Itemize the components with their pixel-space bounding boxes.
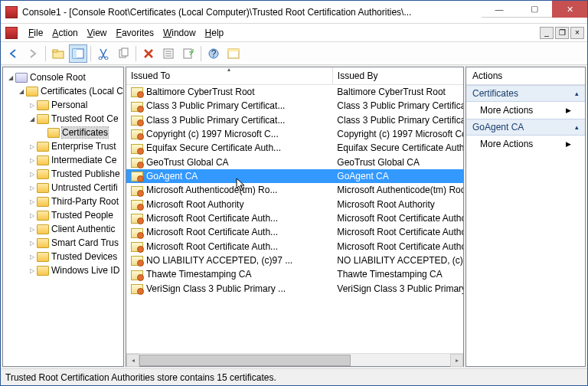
expand-icon[interactable]: [28, 171, 37, 178]
certificate-icon: [131, 102, 143, 112]
copy-button[interactable]: [114, 44, 132, 63]
expand-icon[interactable]: [6, 74, 15, 81]
collapse-icon: ▴: [575, 123, 579, 131]
tree-item[interactable]: Client Authentic: [3, 222, 123, 236]
help-button[interactable]: ?: [204, 44, 223, 63]
actions-section-selected[interactable]: GoAgent CA▴: [466, 119, 585, 136]
cell-issued-by: Equifax Secure Certificate Authority: [332, 141, 463, 155]
up-button[interactable]: [49, 44, 67, 63]
expand-icon[interactable]: [28, 116, 37, 123]
expand-icon[interactable]: [28, 212, 37, 219]
table-row[interactable]: Class 3 Public Primary Certificat...Clas…: [126, 113, 463, 127]
cell-issued-by: Microsoft Root Certificate Authori...: [332, 225, 463, 239]
tree-label: Third-Party Root: [51, 196, 119, 207]
table-row[interactable]: Microsoft Root Certificate Auth...Micros…: [126, 225, 463, 239]
actions-more-selected[interactable]: More Actions▶: [466, 136, 585, 152]
close-button[interactable]: ✕: [552, 1, 587, 18]
menu-view[interactable]: View: [83, 26, 112, 40]
tree-label: Enterprise Trust: [51, 141, 116, 152]
tree-pane[interactable]: Console RootCertificates (Local CPersona…: [2, 67, 124, 367]
table-row[interactable]: Copyright (c) 1997 Microsoft C...Copyrig…: [126, 127, 463, 141]
table-row[interactable]: Microsoft Root AuthorityMicrosoft Root A…: [126, 198, 463, 211]
cell-issued-by: Microsoft Root Authority: [332, 198, 463, 211]
tree-label: Windows Live ID: [51, 265, 119, 276]
table-row[interactable]: Thawte Timestamping CAThawte Timestampin…: [126, 267, 463, 281]
expand-icon[interactable]: [28, 226, 37, 233]
tree-item[interactable]: Intermediate Ce: [3, 153, 123, 167]
table-row[interactable]: VeriSign Class 3 Public Primary ...VeriS…: [126, 282, 463, 296]
tree-item[interactable]: Smart Card Trus: [3, 236, 123, 250]
scroll-right-button[interactable]: ▸: [450, 354, 463, 367]
folder-icon: [37, 224, 49, 234]
table-row[interactable]: Baltimore CyberTrust RootBaltimore Cyber…: [126, 85, 463, 100]
tree-item[interactable]: Personal: [3, 98, 123, 112]
menu-file[interactable]: File: [24, 26, 47, 40]
console-icon: [15, 73, 28, 83]
table-row[interactable]: GoAgent CAGoAgent CA4/20/2: [126, 169, 463, 183]
menu-help[interactable]: Help: [201, 26, 229, 40]
expand-icon[interactable]: [28, 254, 37, 260]
col-issued-to[interactable]: Issued To▴: [126, 67, 332, 85]
tree-label: Trusted Root Ce: [51, 113, 119, 124]
show-tree-button[interactable]: [69, 44, 87, 63]
tree-item[interactable]: Enterprise Trust: [3, 139, 123, 153]
menu-action[interactable]: Action: [47, 26, 82, 40]
tree-item[interactable]: Untrusted Certifi: [3, 181, 123, 195]
cell-issued-to: Microsoft Root Certificate Auth...: [146, 227, 278, 237]
actions-more-certs[interactable]: More Actions▶: [466, 102, 585, 119]
delete-button[interactable]: [139, 44, 158, 63]
mdi-minimize-button[interactable]: _: [540, 27, 554, 39]
list-hscroll[interactable]: ◂ ▸: [126, 353, 463, 366]
expand-icon[interactable]: [28, 185, 37, 191]
cut-button[interactable]: [94, 44, 113, 63]
tree-label: Trusted Devices: [51, 251, 117, 262]
properties-button[interactable]: [159, 44, 178, 63]
tree-item[interactable]: Certificates (Local C: [3, 84, 123, 98]
table-row[interactable]: Class 3 Public Primary Certificat...Clas…: [126, 99, 463, 113]
tree-item[interactable]: Console Root: [3, 70, 123, 84]
menu-window[interactable]: Window: [158, 26, 201, 40]
table-row[interactable]: Equifax Secure Certificate Auth...Equifa…: [126, 141, 463, 155]
scroll-left-button[interactable]: ◂: [126, 354, 139, 367]
col-issued-by[interactable]: Issued By: [332, 67, 463, 85]
mdi-restore-button[interactable]: ❐: [555, 27, 569, 39]
expand-icon[interactable]: [28, 267, 37, 274]
table-row[interactable]: NO LIABILITY ACCEPTED, (c)97 ...NO LIABI…: [126, 254, 463, 267]
back-button[interactable]: [4, 44, 22, 63]
mdi-close-button[interactable]: ×: [570, 27, 584, 39]
certificate-table: Issued To▴ Issued By Expira Baltimore Cy…: [126, 67, 463, 296]
options-button[interactable]: [224, 44, 243, 63]
cell-issued-to: Equifax Secure Certificate Auth...: [146, 142, 281, 153]
expand-icon[interactable]: [28, 198, 37, 205]
maximize-button[interactable]: ▢: [517, 1, 552, 18]
tree-item[interactable]: Certificates: [3, 126, 123, 139]
expand-icon[interactable]: [28, 240, 37, 247]
tree-item[interactable]: Trusted People: [3, 208, 123, 222]
table-row[interactable]: Microsoft Authenticode(tm) Ro...Microsof…: [126, 183, 463, 197]
expand-icon[interactable]: [17, 88, 26, 95]
minimize-button[interactable]: —: [482, 1, 517, 18]
tree-item[interactable]: Trusted Publishe: [3, 167, 123, 181]
expand-icon[interactable]: [28, 102, 37, 109]
tree-item[interactable]: Third-Party Root: [3, 195, 123, 208]
folder-icon: [37, 252, 49, 262]
expand-icon[interactable]: [28, 157, 37, 164]
cell-issued-by: Class 3 Public Primary Certificati...: [332, 99, 463, 113]
expand-icon[interactable]: [28, 143, 37, 150]
actions-section-certs[interactable]: Certificates▴: [466, 85, 585, 102]
certificate-icon: [131, 200, 143, 210]
folder-icon: [37, 238, 49, 248]
menu-favorites[interactable]: Favorites: [112, 26, 158, 40]
tree-item[interactable]: Windows Live ID: [3, 263, 123, 277]
table-row[interactable]: Microsoft Root Certificate Auth...Micros…: [126, 211, 463, 225]
tree-item[interactable]: Trusted Root Ce: [3, 112, 123, 126]
list-pane[interactable]: Issued To▴ Issued By Expira Baltimore Cy…: [126, 67, 464, 367]
tree-item[interactable]: Trusted Devices: [3, 250, 123, 263]
forward-button[interactable]: [24, 44, 42, 63]
table-row[interactable]: GeoTrust Global CAGeoTrust Global CA5/20…: [126, 155, 463, 169]
export-button[interactable]: [179, 44, 198, 63]
table-row[interactable]: Microsoft Root Certificate Auth...Micros…: [126, 240, 463, 254]
titlebar[interactable]: Console1 - [Console Root\Certificates (L…: [1, 1, 587, 24]
cell-issued-by: Baltimore CyberTrust Root: [332, 85, 463, 100]
folder-icon: [37, 183, 49, 193]
